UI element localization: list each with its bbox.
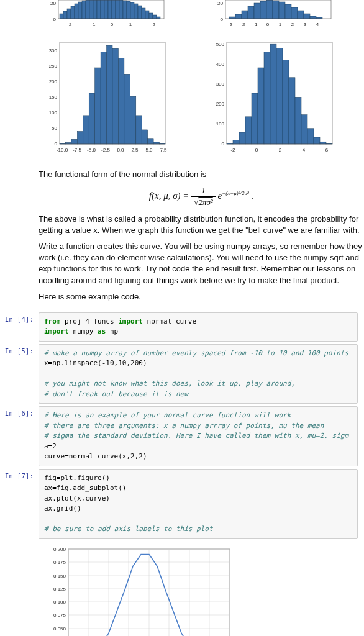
ytick: 0.125	[53, 586, 66, 592]
code-cell-7: In [7]: fig=plt.figure() ax=fig.add_subp…	[0, 469, 364, 539]
ytick: 20	[50, 1, 56, 6]
svg-rect-3	[71, 6, 75, 19]
markdown-p4: Here is some example code.	[39, 291, 364, 302]
svg-rect-36	[279, 2, 285, 19]
svg-rect-46	[71, 139, 77, 144]
markdown-p1: The functional form of the normal distri…	[39, 169, 364, 180]
ytick: 400	[216, 61, 225, 67]
notebook: 0 20	[0, 0, 364, 636]
code-cell-6: In [6]: # Here is an example of your nor…	[0, 406, 364, 466]
svg-rect-39	[298, 11, 304, 19]
ytick: 300	[216, 81, 225, 87]
svg-rect-76	[307, 129, 314, 144]
svg-rect-60	[153, 142, 159, 144]
svg-rect-57	[136, 116, 142, 144]
xtick: -1	[91, 22, 96, 27]
ytick: 200	[49, 79, 58, 84]
ytick: 100	[216, 121, 225, 127]
output-plot: 0.000 0.025 0.050 0.075 0.100 0.125 0.15…	[0, 543, 364, 636]
code-line: curve=normal_curve(x,2,2)	[44, 452, 147, 460]
svg-rect-33	[260, 1, 266, 19]
svg-rect-65	[239, 132, 245, 144]
ytick: 0	[222, 141, 225, 147]
ytick: 0.050	[53, 626, 66, 632]
xtick: -1	[253, 22, 258, 27]
prompt-in-6: In [6]:	[0, 406, 39, 466]
xtick: 2	[291, 22, 294, 27]
xtick: 0.0	[117, 147, 124, 153]
svg-rect-72	[283, 60, 289, 144]
svg-rect-59	[148, 139, 153, 144]
xtick: 0	[111, 22, 114, 27]
xtick: 1	[279, 22, 282, 27]
svg-rect-32	[254, 3, 260, 19]
svg-rect-47	[77, 132, 83, 145]
mod-name: proj_4_funcs	[61, 317, 119, 325]
ytick: 100	[49, 110, 58, 116]
ytick: 150	[49, 94, 58, 100]
svg-rect-66	[245, 117, 252, 144]
histogram-bot-left: 0 50 100 150 200 250 300 -10.0 -7.5 -5.0…	[39, 35, 197, 159]
svg-rect-16	[119, 0, 123, 19]
code-input-4[interactable]: from proj_4_funcs import normal_curve im…	[39, 312, 358, 342]
kw-from: from	[44, 317, 61, 325]
xtick: -10.0	[57, 147, 68, 153]
ytick: 200	[216, 101, 225, 107]
code-line: ax.plot(x,curve)	[44, 494, 110, 502]
ytick: 0.200	[53, 547, 66, 552]
code-line: ax.grid()	[44, 504, 81, 512]
xtick: 4	[316, 22, 319, 27]
svg-rect-21	[138, 6, 142, 19]
ytick: 0.100	[53, 599, 66, 605]
ytick: 20	[217, 1, 223, 6]
alias: np	[106, 327, 118, 335]
svg-rect-74	[295, 97, 301, 144]
code-cell-4: In [4]: from proj_4_funcs import normal_…	[0, 312, 364, 342]
svg-rect-1	[63, 11, 67, 19]
svg-rect-55	[124, 74, 130, 144]
xtick: -2	[230, 147, 235, 153]
comment: # there are three arguments: x a numpy a…	[44, 422, 324, 430]
svg-rect-12	[104, 0, 108, 19]
code-input-6[interactable]: # Here is an example of your normal_curv…	[39, 406, 358, 466]
markdown-p3: Write a function creates this curve. You…	[39, 241, 364, 286]
xtick: 2	[279, 147, 282, 153]
svg-rect-54	[118, 58, 124, 144]
svg-rect-69	[264, 52, 270, 144]
code-line: a=2	[44, 442, 57, 450]
svg-rect-5	[78, 2, 82, 19]
svg-rect-41	[310, 16, 316, 19]
svg-rect-14	[112, 0, 116, 19]
svg-rect-4	[75, 4, 78, 19]
svg-rect-26	[157, 17, 160, 19]
xtick: 5.0	[145, 147, 153, 153]
svg-rect-22	[142, 8, 145, 19]
svg-rect-48	[83, 116, 89, 144]
svg-rect-68	[258, 68, 264, 144]
comment: # sigma the standard deviation. Here I h…	[44, 432, 348, 440]
comment: # make a numpy array of number evenly sp…	[44, 349, 348, 357]
svg-rect-9	[93, 0, 97, 19]
svg-rect-24	[149, 13, 153, 19]
code-cell-5: In [5]: # make a numpy array of number e…	[0, 344, 364, 404]
ytick: 50	[52, 125, 57, 131]
svg-rect-20	[134, 4, 138, 19]
formula-den: 2πσ²	[198, 198, 212, 207]
svg-rect-58	[142, 130, 147, 144]
code-input-7[interactable]: fig=plt.figure() ax=fig.add_subplot() ax…	[39, 469, 358, 539]
svg-rect-78	[320, 142, 326, 144]
prompt-in-5: In [5]:	[0, 344, 39, 404]
svg-rect-30	[242, 11, 248, 19]
ytick: 0.075	[53, 612, 66, 618]
ytick: 300	[49, 48, 58, 53]
code-input-5[interactable]: # make a numpy array of number evenly sp…	[39, 344, 358, 404]
ytick: 0.150	[53, 573, 66, 579]
formula-num: 1	[191, 185, 215, 197]
svg-rect-2	[67, 9, 71, 19]
svg-rect-50	[95, 68, 101, 144]
svg-rect-6	[82, 1, 86, 19]
svg-rect-25	[153, 15, 157, 19]
svg-rect-13	[108, 0, 112, 19]
histogram-row-top: 0 20	[0, 0, 364, 35]
svg-rect-75	[301, 115, 307, 144]
